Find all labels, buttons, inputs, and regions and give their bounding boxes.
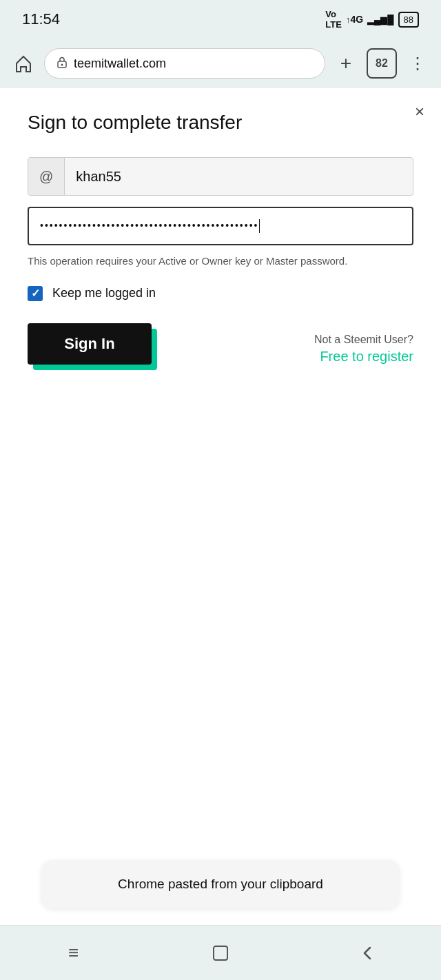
tabs-button[interactable]: 82 <box>367 48 397 79</box>
register-area: Not a Steemit User? Free to register <box>314 334 413 365</box>
address-bar[interactable]: teemitwallet.com <box>44 48 325 79</box>
keep-logged-label: Keep me logged in <box>52 286 156 300</box>
close-button[interactable]: × <box>415 102 424 121</box>
hint-text: This operation requires your Active or O… <box>28 254 413 269</box>
username-field: @ <box>28 157 413 196</box>
svg-point-1 <box>61 63 63 65</box>
toast-area: Chrome pasted from your clipboard <box>0 844 441 925</box>
nav-home-button[interactable] <box>200 932 241 974</box>
signal-4g: ↑4G <box>346 14 363 25</box>
keep-logged-checkbox[interactable]: ✓ <box>28 286 43 301</box>
clipboard-toast: Chrome pasted from your clipboard <box>41 860 400 908</box>
network-icon: VoLTE <box>325 9 342 30</box>
nav-menu-button[interactable]: ≡ <box>53 932 94 974</box>
status-icons: VoLTE ↑4G ▂▄▆█ 88 <box>325 9 419 30</box>
menu-button[interactable]: ⋮ <box>405 51 430 76</box>
password-field[interactable]: ••••••••••••••••••••••••••••••••••••••••… <box>28 207 413 245</box>
lock-icon <box>56 56 68 72</box>
not-steemit-text: Not a Steemit User? <box>314 334 413 346</box>
at-prefix: @ <box>28 158 65 195</box>
signal-bars: ▂▄▆█ <box>367 14 393 25</box>
signin-button[interactable]: Sign In <box>28 323 152 365</box>
url-text: teemitwallet.com <box>74 57 166 71</box>
status-bar: 11:54 VoLTE ↑4G ▂▄▆█ 88 <box>0 0 441 39</box>
white-space <box>0 617 441 844</box>
username-input[interactable] <box>65 169 413 185</box>
new-tab-button[interactable]: + <box>334 51 358 76</box>
main-content: × Sign to complete transfer @ ••••••••••… <box>0 88 441 617</box>
password-dots: ••••••••••••••••••••••••••••••••••••••••… <box>40 219 401 233</box>
home-icon[interactable] <box>11 51 36 76</box>
browser-bar: teemitwallet.com + 82 ⋮ <box>0 39 441 88</box>
signin-btn-wrapper: Sign In <box>28 323 152 365</box>
checkmark-icon: ✓ <box>31 287 40 300</box>
nav-back-button[interactable] <box>347 932 388 974</box>
checkbox-row[interactable]: ✓ Keep me logged in <box>28 286 413 301</box>
status-time: 11:54 <box>22 10 60 28</box>
battery-icon: 88 <box>398 12 419 28</box>
svg-rect-2 <box>214 946 227 960</box>
free-register-link[interactable]: Free to register <box>314 349 413 365</box>
nav-bar: ≡ <box>0 925 441 980</box>
signin-row: Sign In Not a Steemit User? Free to regi… <box>28 323 413 365</box>
dialog-title: Sign to complete transfer <box>28 110 413 135</box>
